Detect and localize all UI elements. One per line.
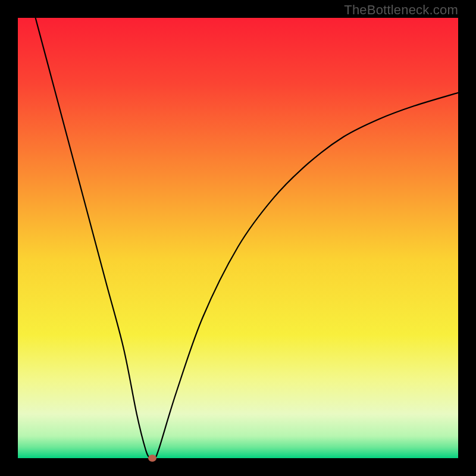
chart-frame <box>18 18 458 458</box>
watermark-text: TheBottleneck.com <box>344 2 458 18</box>
chart-gradient-background <box>18 18 458 458</box>
optimal-point-marker <box>148 455 156 462</box>
